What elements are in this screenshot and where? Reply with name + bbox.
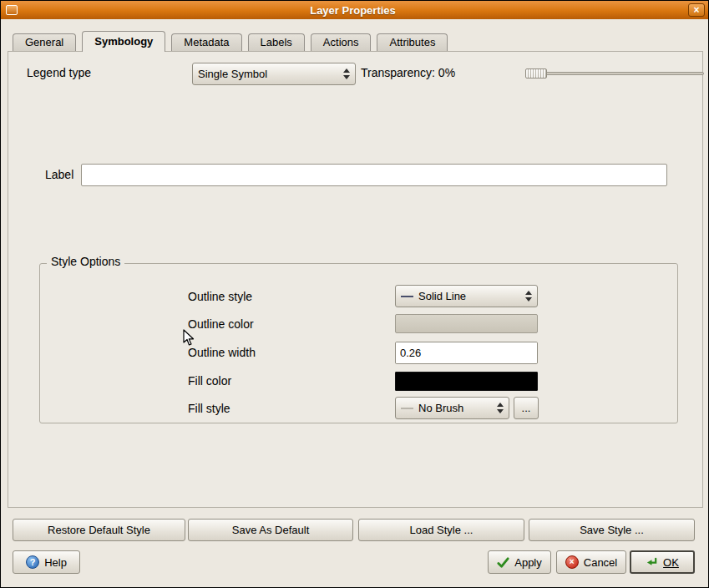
fill-style-more-button[interactable]: ... bbox=[514, 397, 539, 419]
outline-width-spinbox[interactable] bbox=[395, 342, 538, 364]
outline-color-label: Outline color bbox=[188, 317, 254, 331]
label-field-label: Label bbox=[45, 168, 73, 181]
transparency-slider[interactable] bbox=[525, 68, 704, 79]
slider-handle[interactable] bbox=[525, 68, 547, 79]
tab-actions[interactable]: Actions bbox=[311, 33, 372, 51]
save-as-default-button[interactable]: Save As Default bbox=[188, 519, 353, 541]
combobox-arrows-icon bbox=[340, 68, 350, 79]
close-button[interactable]: × bbox=[688, 3, 705, 17]
fill-style-value: No Brush bbox=[418, 402, 489, 414]
fill-color-label: Fill color bbox=[188, 374, 231, 388]
close-icon: × bbox=[693, 5, 699, 15]
fill-style-combobox[interactable]: No Brush bbox=[395, 397, 509, 419]
apply-button-label: Apply bbox=[514, 556, 542, 569]
ok-enter-arrow-icon bbox=[646, 556, 658, 569]
tab-general[interactable]: General bbox=[13, 33, 76, 51]
titlebar[interactable]: Layer Properties × bbox=[1, 1, 708, 19]
outline-width-label: Outline width bbox=[188, 346, 256, 359]
tab-attributes[interactable]: Attributes bbox=[377, 33, 448, 51]
fill-style-label: Fill style bbox=[188, 402, 230, 415]
slider-track bbox=[525, 72, 704, 75]
combobox-arrows-icon bbox=[494, 403, 504, 413]
apply-check-icon bbox=[497, 556, 509, 569]
cancel-button-label: Cancel bbox=[584, 556, 617, 569]
apply-button[interactable]: Apply bbox=[488, 550, 551, 574]
legend-type-label: Legend type bbox=[27, 66, 91, 79]
symbology-panel: Legend type Single Symbol Transparency: … bbox=[8, 51, 703, 508]
style-options-group: Style Options Outline style Solid Line O… bbox=[39, 263, 678, 423]
ok-button[interactable]: OK bbox=[630, 550, 695, 574]
label-input[interactable] bbox=[81, 164, 667, 186]
load-style-button[interactable]: Load Style ... bbox=[358, 519, 524, 541]
cancel-button[interactable]: × Cancel bbox=[556, 550, 626, 574]
window-title: Layer Properties bbox=[18, 4, 688, 17]
outline-style-combobox[interactable]: Solid Line bbox=[395, 285, 538, 307]
outline-width-input[interactable] bbox=[396, 342, 538, 363]
outline-style-label: Outline style bbox=[188, 290, 252, 303]
legend-type-value: Single Symbol bbox=[198, 68, 335, 80]
tab-metadata[interactable]: Metadata bbox=[171, 33, 241, 51]
tab-bar: General Symbology Metadata Labels Action… bbox=[13, 31, 448, 52]
help-button-label: Help bbox=[44, 556, 67, 569]
restore-default-style-button[interactable]: Restore Default Style bbox=[13, 519, 185, 541]
layer-properties-dialog: Layer Properties × General Symbology Met… bbox=[0, 0, 709, 588]
combobox-arrows-icon bbox=[522, 291, 532, 302]
help-icon: ? bbox=[26, 555, 39, 569]
legend-type-combobox[interactable]: Single Symbol bbox=[192, 63, 356, 85]
ok-button-label: OK bbox=[663, 556, 679, 569]
cancel-icon: × bbox=[565, 555, 579, 569]
tab-labels[interactable]: Labels bbox=[248, 33, 305, 51]
help-button[interactable]: ? Help bbox=[13, 550, 80, 574]
window-icon bbox=[6, 5, 18, 15]
outline-style-value: Solid Line bbox=[418, 290, 517, 302]
style-options-title: Style Options bbox=[47, 255, 124, 268]
outline-color-button[interactable] bbox=[395, 314, 538, 333]
transparency-label: Transparency: 0% bbox=[361, 66, 455, 79]
solid-line-icon bbox=[401, 296, 413, 297]
fill-color-button[interactable] bbox=[395, 372, 538, 391]
save-style-button[interactable]: Save Style ... bbox=[529, 519, 695, 541]
no-brush-icon bbox=[401, 408, 413, 409]
tab-symbology[interactable]: Symbology bbox=[82, 31, 165, 52]
